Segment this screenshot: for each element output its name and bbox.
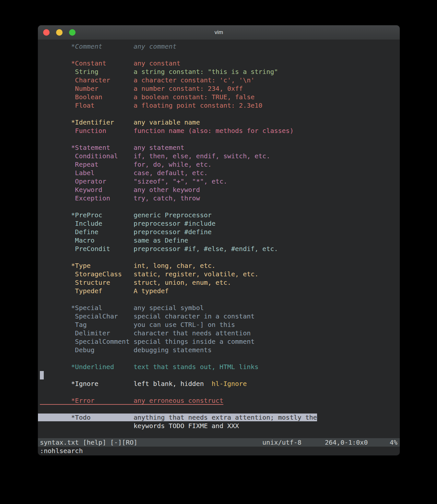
buffer-text: Repeat for, do, while, etc.: [40, 161, 212, 168]
zoom-button[interactable]: [69, 29, 76, 36]
buffer[interactable]: *Comment any comment *Constant any const…: [38, 40, 400, 438]
status-filename: syntax.txt [help] [-][RO]: [40, 438, 137, 447]
buffer-line: [40, 388, 400, 396]
buffer-text: PreCondit preprocessor #if, #else, #endi…: [40, 245, 278, 253]
buffer-line: [40, 110, 400, 118]
buffer-text: *Underlined text that stands out, HTML l…: [40, 363, 258, 371]
buffer-text: Conditional if, then, else, endif, switc…: [40, 152, 270, 160]
buffer-line: [40, 371, 400, 379]
minimize-button[interactable]: [56, 29, 63, 36]
buffer-line: *Special any special symbol: [40, 304, 400, 312]
buffer-text: *Type int, long, char, etc.: [40, 262, 216, 270]
status-encoding: unix/utf-8: [262, 438, 301, 447]
buffer-text: SpecialComment special things inside a c…: [40, 338, 254, 345]
buffer-text: *Ignore left blank, hidden: [40, 380, 212, 388]
buffer-text: Number a number constant: 234, 0xff: [40, 85, 243, 92]
buffer-text: Tag you can use CTRL-] on this: [40, 321, 235, 329]
buffer-line: Label case, default, etc.: [40, 169, 400, 177]
buffer-line: Repeat for, do, while, etc.: [40, 160, 400, 169]
buffer-line: *Constant any constant: [40, 59, 400, 67]
buffer-line: Macro same as Define: [40, 236, 400, 245]
buffer-text: *Todo anything that needs extra attentio…: [40, 414, 317, 421]
buffer-text: *Identifier any variable name: [40, 118, 200, 126]
buffer-line: [40, 135, 400, 143]
buffer-line: [40, 202, 400, 211]
buffer-line: PreCondit preprocessor #if, #else, #endi…: [40, 245, 400, 253]
buffer-line: Character a character constant: 'c', '\n…: [40, 76, 400, 84]
buffer-line: [40, 405, 400, 413]
buffer-line: Exception try, catch, throw: [40, 194, 400, 202]
buffer-text: Macro same as Define: [40, 236, 188, 244]
buffer-text: Boolean a boolean constant: TRUE, false: [40, 93, 254, 101]
buffer-line: Float a floating point constant: 2.3e10: [40, 101, 400, 110]
buffer-text: *Statement any statement: [40, 144, 184, 151]
buffer-text: Function function name (also: methods fo…: [40, 127, 294, 135]
buffer-text: Delimiter character that needs attention: [40, 329, 251, 337]
buffer-text: Exception try, catch, throw: [40, 194, 200, 202]
window-title: vim: [215, 29, 223, 36]
buffer-line: Tag you can use CTRL-] on this: [40, 320, 400, 329]
buffer-line: Operator "sizeof", "+", "*", etc.: [40, 177, 400, 186]
buffer-text: Typedef A typedef: [40, 287, 169, 295]
buffer-text: *PreProc generic Preprocessor: [40, 211, 212, 219]
buffer-text: Float a floating point constant: 2.3e10: [40, 102, 262, 109]
buffer-text: keywords TODO FIXME and XXX: [40, 422, 239, 430]
buffer-text: Define preprocessor #define: [40, 228, 212, 236]
buffer-line: keywords TODO FIXME and XXX: [40, 422, 400, 430]
buffer-line: *Underlined text that stands out, HTML l…: [40, 363, 400, 371]
buffer-line: Include preprocessor #include: [40, 219, 400, 228]
buffer-line: Function function name (also: methods fo…: [40, 126, 400, 135]
buffer-line: Delimiter character that needs attention: [40, 329, 400, 337]
cursor: [40, 371, 44, 379]
buffer-text: SpecialChar special character in a const…: [40, 312, 254, 320]
status-cursor-position: 264,0-1:0x0: [325, 438, 368, 447]
buffer-line: *Comment any comment: [40, 42, 400, 51]
buffer-line: Number a number constant: 234, 0xff: [40, 84, 400, 93]
buffer-text: Structure struct, union, enum, etc.: [40, 279, 231, 286]
buffer-line: [40, 354, 400, 363]
buffer-line: Keyword any other keyword: [40, 186, 400, 194]
buffer-text: String a string constant: "this is a str…: [40, 68, 278, 76]
buffer-text: Keyword any other keyword: [40, 186, 200, 194]
buffer-text: Character a character constant: 'c', '\n…: [40, 76, 254, 84]
buffer-text: StorageClass static, register, volatile,…: [40, 270, 258, 278]
status-scroll-percent: 4%: [390, 438, 397, 447]
buffer-line: [40, 295, 400, 304]
buffer-text: *Error any erroneous construct: [40, 397, 223, 404]
traffic-lights: [43, 25, 76, 40]
buffer-line: *Ignore left blank, hidden hl-Ignore: [40, 379, 400, 388]
buffer-line: *Statement any statement: [40, 143, 400, 152]
buffer-text: *Comment any comment: [40, 42, 176, 50]
buffer-line: SpecialChar special character in a const…: [40, 312, 400, 320]
buffer-line: Define preprocessor #define: [40, 228, 400, 236]
buffer-line: *Error any erroneous construct: [40, 396, 400, 405]
buffer-line: [40, 253, 400, 261]
buffer-text: Label case, default, etc.: [40, 169, 208, 177]
buffer-line: Conditional if, then, else, endif, switc…: [40, 152, 400, 160]
buffer-line: [40, 430, 400, 438]
buffer-line: *PreProc generic Preprocessor: [40, 211, 400, 219]
buffer-line: Typedef A typedef: [40, 287, 400, 295]
buffer-line: [40, 51, 400, 59]
buffer-line: Structure struct, union, enum, etc.: [40, 278, 400, 287]
buffer-line: *Identifier any variable name: [40, 118, 400, 126]
buffer-text: Debug debugging statements: [40, 346, 212, 354]
buffer-line: *Todo anything that needs extra attentio…: [40, 413, 400, 422]
buffer-text: *Constant any constant: [40, 59, 180, 67]
titlebar[interactable]: vim: [38, 25, 400, 40]
command-line[interactable]: :nohlsearch: [38, 447, 400, 455]
buffer-line: *Type int, long, char, etc.: [40, 261, 400, 270]
buffer-text: Operator "sizeof", "+", "*", etc.: [40, 177, 227, 185]
buffer-line: Boolean a boolean constant: TRUE, false: [40, 93, 400, 101]
close-button[interactable]: [43, 29, 50, 36]
buffer-text: Include preprocessor #include: [40, 220, 216, 227]
buffer-text: *Special any special symbol: [40, 304, 204, 312]
buffer-line: StorageClass static, register, volatile,…: [40, 270, 400, 278]
buffer-line: String a string constant: "this is a str…: [40, 67, 400, 76]
statusline: syntax.txt [help] [-][RO] unix/utf-8 264…: [38, 438, 400, 447]
buffer-line: SpecialComment special things inside a c…: [40, 337, 400, 346]
buffer-line: Debug debugging statements: [40, 346, 400, 354]
vim-window: vim *Comment any comment *Constant any c…: [38, 25, 400, 455]
help-tag-link: hl-Ignore: [212, 380, 247, 388]
